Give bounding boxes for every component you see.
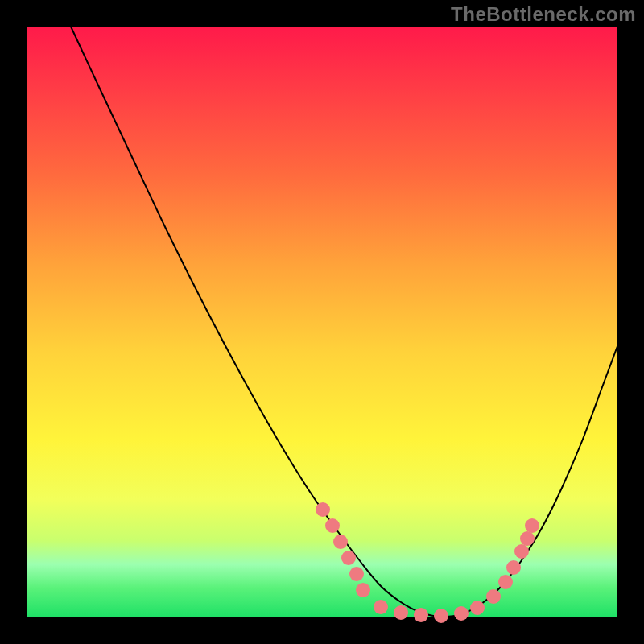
marker-dot <box>316 502 330 517</box>
marker-dot <box>349 567 364 581</box>
marker-dot <box>325 518 340 533</box>
watermark-text: TheBottleneck.com <box>451 3 636 26</box>
marker-dot <box>356 583 370 597</box>
marker-dot <box>394 605 408 620</box>
marker-dot <box>434 609 448 623</box>
marker-dot <box>486 589 501 604</box>
marker-dot <box>341 551 356 565</box>
marker-group <box>316 502 539 623</box>
marker-dot <box>414 608 428 622</box>
marker-dot <box>374 600 388 614</box>
marker-dot <box>525 518 539 533</box>
marker-dot <box>454 606 469 621</box>
marker-dot <box>333 535 348 549</box>
chart-svg <box>27 27 617 617</box>
marker-dot <box>520 531 535 546</box>
marker-dot <box>498 575 513 589</box>
marker-dot <box>470 601 485 615</box>
chart-stage: TheBottleneck.com <box>0 0 644 644</box>
marker-dot <box>506 560 521 575</box>
marker-dot <box>514 544 529 559</box>
